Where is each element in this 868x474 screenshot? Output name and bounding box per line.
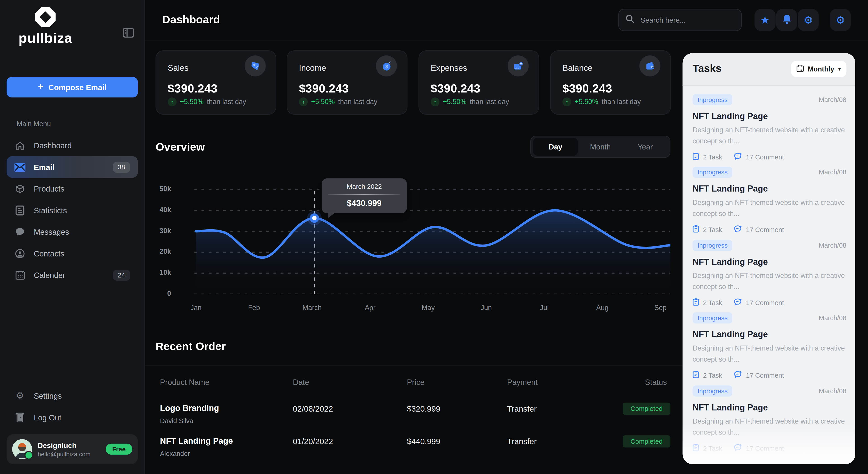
sidebar-item-products[interactable]: Products <box>6 178 138 200</box>
x-axis-tick: March <box>303 304 322 312</box>
arrow-up-icon: ↑ <box>168 97 177 106</box>
calendar-count-badge: 24 <box>113 269 130 280</box>
chart-x-axis: JanFebMarchAprMayJunJulAugSep <box>194 304 682 313</box>
search-icon <box>625 14 634 26</box>
chart-tooltip: March 2022 $430.999 <box>322 178 407 213</box>
preferences-button[interactable]: ⚙ <box>830 9 851 31</box>
order-price: $320.999 <box>407 404 440 413</box>
task-count-label: 2 Task <box>703 371 722 379</box>
overview-chart[interactable] <box>194 185 671 294</box>
task-description: Designing an NFT-themed website with a c… <box>692 343 846 365</box>
y-axis-tick: 20k <box>160 248 171 256</box>
task-card[interactable]: Inprogress March/08 NFT Landing Page Des… <box>692 312 846 380</box>
tab-month[interactable]: Month <box>578 138 623 156</box>
gear-icon: ⚙ <box>804 15 813 25</box>
compose-email-button[interactable]: + Compose Email <box>6 77 138 97</box>
comment-icon <box>734 371 742 380</box>
sidebar-footer: ⚙ Settings Log Out <box>6 385 138 428</box>
sidebar-item-settings[interactable]: ⚙ Settings <box>6 385 138 407</box>
profile-card[interactable]: Designluch hello@pullbiza.com Free <box>6 434 138 464</box>
task-card[interactable]: Inprogress March/08 NFT Landing Page Des… <box>692 94 846 162</box>
plan-badge: Free <box>105 444 132 455</box>
sidebar-item-messages[interactable]: Messages <box>6 221 138 243</box>
column-header: Status <box>645 378 667 386</box>
tasks-filter-dropdown[interactable]: Monthly ▾ <box>791 61 846 77</box>
stat-delta: ↑ +5.50% than last day <box>299 97 377 106</box>
x-axis-tick: Sep <box>654 304 666 312</box>
stat-card-income: Income $ $390.243 ↑ +5.50% than last day <box>287 51 408 115</box>
sidebar-item-calendar[interactable]: Calender 24 <box>6 264 138 286</box>
tab-day[interactable]: Day <box>533 138 578 156</box>
sidebar-item-label: Messages <box>34 227 69 236</box>
wallet-icon <box>640 55 660 77</box>
task-status-badge: Inprogress <box>692 312 733 323</box>
card-icon <box>508 55 529 77</box>
task-description: Designing an NFT-themed website with a c… <box>692 125 846 147</box>
settings-button[interactable]: ⚙ <box>798 9 819 31</box>
brand-name: pullbiza <box>0 30 91 46</box>
tooltip-label: March 2022 <box>322 183 407 190</box>
gear-icon: ⚙ <box>836 15 845 25</box>
sidebar-item-contacts[interactable]: Contacts <box>6 243 138 264</box>
task-count-label: 2 Task <box>703 444 722 452</box>
search-input[interactable] <box>640 15 730 25</box>
task-description: Designing an NFT-themed website with a c… <box>692 271 846 293</box>
clipboard-icon <box>692 225 699 234</box>
table-divider <box>145 365 682 365</box>
task-card[interactable]: Inprogress March/08 NFT Landing Page Des… <box>692 167 846 234</box>
arrow-up-icon: ↑ <box>562 97 571 106</box>
task-status-badge: Inprogress <box>692 167 733 178</box>
task-date: March/08 <box>819 168 846 176</box>
task-title: NFT Landing Page <box>692 111 846 121</box>
money-icon: $ <box>376 55 397 77</box>
stat-value: $390.243 <box>299 82 348 95</box>
avatar <box>12 439 32 459</box>
task-count-label: 2 Task <box>703 226 722 233</box>
task-meta: 2 Task 17 Comment <box>692 225 846 234</box>
settings-label: Settings <box>34 391 62 400</box>
comment-count-label: 17 Comment <box>746 153 784 161</box>
task-description: Designing an NFT-themed website with a c… <box>692 417 846 438</box>
notifications-button[interactable] <box>776 9 797 31</box>
y-axis-tick: 40k <box>160 206 171 214</box>
tab-year[interactable]: Year <box>623 138 668 156</box>
overview-range-tabs: Day Month Year <box>530 136 671 158</box>
comment-icon <box>734 298 742 307</box>
comment-icon <box>734 444 742 453</box>
sidebar-collapse-icon[interactable] <box>123 28 135 39</box>
x-axis-tick: Aug <box>596 304 609 312</box>
online-status-dot <box>24 451 33 460</box>
tasks-title: Tasks <box>692 63 721 75</box>
task-card[interactable]: Inprogress March/08 NFT Landing Page Des… <box>692 385 846 453</box>
task-status-badge: Inprogress <box>692 385 733 396</box>
favorites-button[interactable]: ★ <box>754 9 776 31</box>
gear-icon: ⚙ <box>14 390 26 401</box>
task-title: NFT Landing Page <box>692 184 846 194</box>
column-header: Price <box>407 378 425 386</box>
task-card[interactable]: Inprogress March/08 NFT Landing Page Des… <box>692 240 846 307</box>
task-count-label: 2 Task <box>703 299 722 306</box>
order-product: Logo Branding <box>160 403 219 413</box>
tasks-header: Tasks Monthly ▾ <box>683 53 855 86</box>
main-menu-label: Main Menu <box>17 120 51 128</box>
tasks-panel[interactable]: Tasks Monthly ▾ Inprogress March/08 NFT … <box>683 53 855 464</box>
tooltip-value: $430.999 <box>322 198 407 208</box>
x-axis-tick: Apr <box>365 304 376 312</box>
task-title: NFT Landing Page <box>692 403 846 413</box>
sidebar-item-statistics[interactable]: Statisticts <box>6 200 138 221</box>
header-divider <box>145 40 868 40</box>
clipboard-icon <box>692 371 699 380</box>
search-bar[interactable] <box>618 9 742 31</box>
order-customer: Alexander <box>160 450 190 457</box>
sidebar-item-label: Products <box>34 184 64 193</box>
stat-value: $390.243 <box>168 82 217 95</box>
sidebar-item-dashboard[interactable]: Dashboard <box>6 135 138 156</box>
tasks-filter-label: Monthly <box>808 65 834 73</box>
stat-card-balance: Balance $390.243 ↑ +5.50% than last day <box>550 51 671 115</box>
x-axis-tick: Feb <box>248 304 260 312</box>
stat-delta: ↑ +5.50% than last day <box>562 97 641 106</box>
sidebar-item-logout[interactable]: Log Out <box>6 407 138 428</box>
sidebar-item-label: Email <box>34 162 54 171</box>
sidebar-item-email[interactable]: Email 38 <box>6 156 138 178</box>
task-count-label: 2 Task <box>703 153 722 161</box>
